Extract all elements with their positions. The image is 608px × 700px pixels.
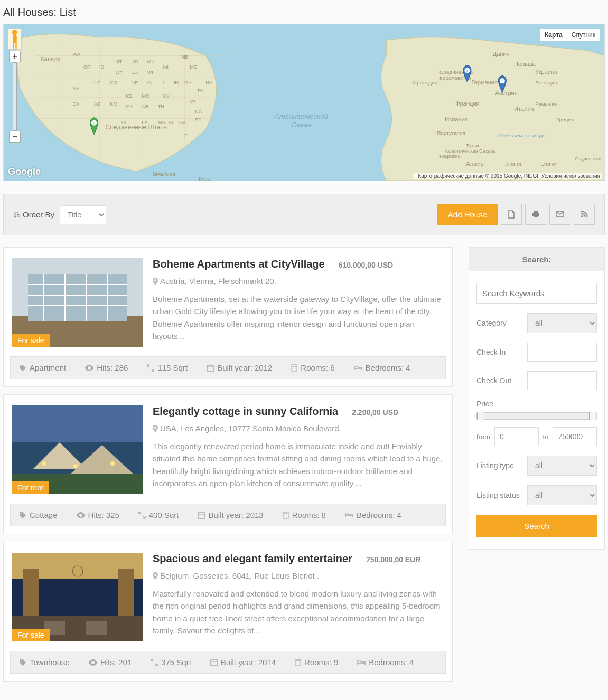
listing-thumbnail[interactable]: For rent	[12, 405, 143, 494]
category-select[interactable]: all	[527, 313, 597, 333]
svg-text:⌂: ⌂	[466, 69, 468, 72]
search-button[interactable]: Search	[476, 515, 597, 537]
listing-thumbnail[interactable]: For sale	[12, 553, 143, 641]
bed-icon	[354, 365, 362, 371]
svg-text:Египет: Египет	[540, 161, 557, 167]
price-slider[interactable]	[476, 412, 597, 420]
checkin-input[interactable]	[527, 343, 597, 362]
svg-text:Мексика: Мексика	[153, 171, 176, 177]
listing-price: 2.200,00 USD	[352, 408, 398, 417]
svg-point-101	[42, 461, 46, 466]
svg-text:MI: MI	[163, 64, 169, 70]
zoom-slider[interactable]	[13, 62, 17, 131]
svg-text:ID: ID	[99, 64, 105, 70]
checkout-input[interactable]	[527, 371, 597, 390]
svg-rect-93	[292, 365, 297, 371]
search-keywords-input[interactable]	[476, 283, 597, 304]
svg-text:Куба: Куба	[199, 176, 211, 181]
svg-text:KS: KS	[126, 93, 132, 99]
map-type-satellite-button[interactable]: Спутник	[567, 29, 600, 41]
svg-text:IN: IN	[174, 80, 179, 86]
status-badge: For sale	[12, 334, 50, 347]
checkout-label: Check Out	[476, 376, 522, 385]
svg-text:Португалия: Португалия	[437, 130, 465, 136]
svg-text:AZ: AZ	[94, 101, 100, 107]
bed-icon	[345, 512, 353, 518]
sort-icon	[13, 211, 21, 219]
listing-description: This elegantly renovated period home is …	[153, 440, 444, 489]
svg-text:AL: AL	[169, 120, 174, 125]
eye-icon	[77, 512, 85, 518]
svg-text:UT: UT	[94, 80, 101, 86]
tag-icon	[19, 364, 26, 372]
listing-status-select[interactable]: all	[527, 485, 597, 505]
google-logo: Google	[8, 166, 41, 177]
zoom-in-button[interactable]: +	[9, 51, 21, 62]
svg-rect-112	[118, 569, 134, 621]
svg-text:Атлантическая Сахара: Атлантическая Сахара	[445, 148, 495, 154]
add-house-button[interactable]: Add House	[437, 204, 498, 225]
svg-text:CO: CO	[110, 80, 117, 86]
svg-text:NY: NY	[205, 80, 212, 86]
building-icon	[283, 512, 289, 519]
order-by-select[interactable]: Title	[60, 205, 106, 224]
svg-text:Ирландия: Ирландия	[413, 80, 437, 86]
listing-location: Belgium, Gosselies, 6041, Rue Louis Bler…	[153, 571, 444, 580]
listing-status-label: Listing status	[476, 491, 522, 499]
svg-text:Дания: Дания	[493, 51, 510, 57]
svg-text:KY: KY	[163, 93, 170, 99]
svg-text:NV: NV	[73, 86, 80, 91]
svg-rect-121	[298, 660, 300, 661]
svg-point-102	[73, 464, 78, 468]
from-label: from	[476, 433, 490, 441]
building-icon	[291, 364, 297, 372]
svg-rect-117	[211, 660, 217, 666]
svg-rect-106	[283, 512, 288, 518]
building-icon	[295, 659, 301, 666]
listing-title[interactable]: Elegantly cottage in sunny California	[153, 405, 338, 418]
price-from-input[interactable]	[494, 427, 539, 446]
svg-text:Румыния: Румыния	[535, 101, 557, 107]
calendar-icon	[207, 364, 214, 372]
svg-text:CA: CA	[73, 101, 80, 107]
listing-title[interactable]: Spacious and elegant family entertainer	[153, 553, 352, 565]
order-by-label: Order By	[13, 210, 54, 219]
zoom-out-button[interactable]: −	[9, 131, 21, 143]
print-icon-button[interactable]	[525, 204, 546, 225]
svg-text:IL: IL	[163, 80, 167, 86]
rss-icon-button[interactable]	[574, 204, 595, 225]
svg-rect-77	[13, 35, 17, 43]
svg-rect-91	[207, 365, 213, 371]
svg-point-80	[581, 215, 583, 217]
listing-thumbnail[interactable]: For sale	[12, 258, 143, 347]
email-icon-button[interactable]	[549, 204, 570, 225]
svg-text:PA: PA	[198, 88, 203, 93]
svg-text:⌂: ⌂	[93, 121, 95, 125]
svg-text:Украина: Украина	[535, 69, 558, 75]
svg-text:NE: NE	[131, 80, 138, 86]
svg-text:FL: FL	[184, 133, 190, 138]
svg-rect-104	[198, 513, 204, 518]
document-icon-button[interactable]	[501, 204, 522, 225]
category-label: Category	[476, 319, 522, 327]
listing-type-select[interactable]: all	[527, 456, 597, 476]
svg-text:Средиземное море: Средиземное море	[498, 133, 546, 138]
svg-rect-79	[15, 43, 17, 49]
svg-text:OK: OK	[126, 104, 133, 109]
svg-text:Франция: Франция	[455, 100, 479, 107]
price-to-input[interactable]	[553, 427, 597, 446]
price-label: Price	[476, 400, 597, 408]
map-type-map-button[interactable]: Карта	[540, 29, 567, 41]
eye-icon	[85, 365, 93, 371]
pegman-icon[interactable]	[8, 29, 22, 50]
listing-title[interactable]: Boheme Apartments at CityVillage	[153, 258, 325, 270]
svg-text:Греция: Греция	[556, 117, 574, 122]
calendar-icon	[198, 512, 205, 519]
svg-rect-107	[284, 513, 285, 514]
svg-text:Тунис: Тунис	[466, 143, 480, 148]
svg-text:Германия: Германия	[471, 79, 498, 86]
map[interactable]: Соединенные Штаты Канада Мексика Атланти…	[3, 24, 605, 181]
svg-text:Атлантический: Атлантический	[274, 112, 328, 120]
listing-description: Boheme Apartments, set at the waterside …	[153, 293, 444, 342]
svg-rect-115	[86, 621, 107, 635]
